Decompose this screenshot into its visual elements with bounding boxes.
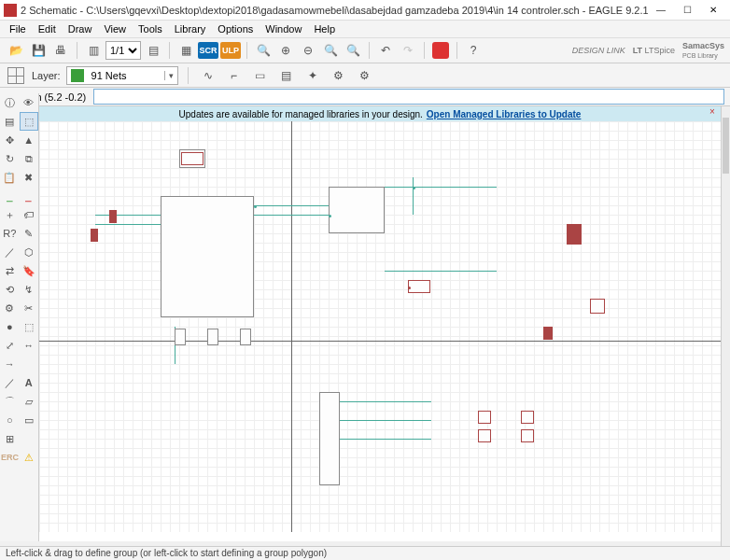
- module-icon[interactable]: ▭: [250, 65, 271, 86]
- sheet-select[interactable]: 1/1: [105, 41, 141, 60]
- redo-icon[interactable]: ↷: [398, 40, 418, 61]
- menu-window[interactable]: Window: [260, 22, 307, 35]
- layer-select[interactable]: 91 Nets ▾: [66, 66, 178, 85]
- schematic-junction: [254, 205, 257, 208]
- schematic-component: [590, 299, 605, 314]
- vertical-scrollbar[interactable]: [721, 106, 730, 551]
- replace-tool-icon[interactable]: ⟲: [0, 280, 20, 299]
- grid-button[interactable]: [6, 65, 26, 86]
- scroll-thumb[interactable]: [723, 118, 729, 174]
- close-button[interactable]: ✕: [700, 1, 726, 20]
- maximize-button[interactable]: ☐: [674, 1, 700, 20]
- gear-tool-icon[interactable]: ⚙: [0, 299, 20, 317]
- scr-badge[interactable]: SCR: [198, 42, 218, 59]
- line2-tool-icon[interactable]: ⎯: [20, 187, 39, 205]
- line-tool-icon[interactable]: ⎯: [0, 187, 20, 205]
- rotate-tool-icon[interactable]: ↻: [0, 149, 20, 168]
- menu-tools[interactable]: Tools: [133, 22, 168, 35]
- r-tool-icon[interactable]: R?: [0, 224, 20, 243]
- menu-draw[interactable]: Draw: [63, 22, 98, 35]
- add-tool-icon[interactable]: ＋: [0, 205, 20, 224]
- copy-tool-icon[interactable]: ⧉: [20, 149, 39, 168]
- circle-tool-icon[interactable]: ○: [0, 411, 20, 429]
- stop-button[interactable]: [430, 40, 451, 61]
- paste-tool-icon[interactable]: 📋: [0, 168, 20, 187]
- slice-tool-icon[interactable]: ⤢: [0, 336, 20, 355]
- port-icon[interactable]: ▤: [276, 65, 297, 86]
- layer-swatch: [71, 69, 84, 82]
- poly-tool-icon[interactable]: ▱: [20, 392, 39, 411]
- chevron-down-icon: ▾: [164, 71, 177, 80]
- group-tool-icon[interactable]: ⬚: [20, 112, 39, 131]
- layer-label: Layer:: [32, 70, 61, 81]
- erc-tool[interactable]: ERC: [0, 448, 20, 467]
- minimize-button[interactable]: —: [648, 1, 674, 20]
- arc-tool-icon[interactable]: ⌒: [0, 392, 20, 411]
- zoom-select-icon[interactable]: 🔍: [343, 40, 363, 61]
- script-icon[interactable]: ▦: [175, 40, 196, 61]
- command-input[interactable]: [93, 89, 724, 105]
- errors-tool-icon[interactable]: ⚠: [20, 448, 38, 467]
- miter-icon[interactable]: ⌐: [224, 65, 245, 86]
- net-icon[interactable]: ✦: [302, 65, 323, 86]
- print-icon[interactable]: 🖶: [50, 40, 71, 61]
- frame-tool-icon[interactable]: ⊞: [0, 429, 20, 448]
- open-icon[interactable]: 📂: [6, 40, 26, 61]
- move-tool-icon[interactable]: ✥: [0, 131, 20, 149]
- ltspice-logo[interactable]: LT LTSpice: [633, 46, 675, 55]
- zoom-redraw-icon[interactable]: 🔍: [320, 40, 341, 61]
- show-tool-icon[interactable]: 👁: [20, 93, 39, 112]
- board-icon[interactable]: ▥: [83, 40, 104, 61]
- pinswap-tool-icon[interactable]: ⇄: [0, 261, 20, 280]
- zoom-out-icon[interactable]: ⊖: [298, 40, 318, 61]
- schematic-component: [543, 327, 553, 340]
- invoke-tool-icon[interactable]: ↯: [20, 280, 39, 299]
- update-link[interactable]: Open Managed Libraries to Update: [427, 109, 582, 119]
- sheet-nav-icon[interactable]: ▤: [143, 40, 163, 61]
- wire-tool-icon[interactable]: ／: [0, 373, 20, 392]
- zoom-in-icon[interactable]: ⊕: [275, 40, 296, 61]
- rect-tool-icon[interactable]: ▭: [20, 411, 39, 429]
- design-link-logo[interactable]: DESIGN LINK: [572, 46, 625, 55]
- bus-tool-icon[interactable]: ⬚: [20, 317, 39, 336]
- schematic-component: [175, 329, 186, 345]
- mirror-tool-icon[interactable]: ▲: [20, 131, 39, 149]
- junction-tool-icon[interactable]: ●: [0, 317, 20, 336]
- samacsys-logo[interactable]: SamacSysPCB Library: [682, 41, 724, 60]
- info-tool-icon[interactable]: ⓘ: [0, 93, 20, 112]
- gear2-icon[interactable]: ⚙: [355, 65, 375, 86]
- layers-tool-icon[interactable]: ▤: [0, 112, 20, 131]
- delete-tool-icon[interactable]: ✖: [20, 168, 39, 187]
- menu-help[interactable]: Help: [308, 22, 341, 35]
- schematic-canvas[interactable]: [39, 121, 721, 532]
- grid-icon: [7, 67, 24, 84]
- help-icon[interactable]: ?: [463, 40, 484, 61]
- crosshair-v: [291, 121, 292, 532]
- zoom-fit-icon[interactable]: 🔍: [253, 40, 274, 61]
- wire-style-icon[interactable]: ∿: [198, 65, 218, 86]
- schematic-ic: [161, 196, 254, 317]
- menu-view[interactable]: View: [98, 22, 132, 35]
- schematic-wire: [385, 271, 497, 272]
- save-icon[interactable]: 💾: [28, 40, 49, 61]
- gateswap-tool-icon[interactable]: 🔖: [20, 261, 39, 280]
- attr-tool-icon[interactable]: →: [0, 355, 20, 373]
- undo-icon[interactable]: ↶: [375, 40, 396, 61]
- name-tool-icon[interactable]: ✎: [20, 224, 39, 243]
- menu-options[interactable]: Options: [212, 22, 259, 35]
- split-tool-icon[interactable]: ✂: [20, 299, 39, 317]
- schematic-component: [207, 329, 218, 345]
- smash-tool-icon[interactable]: ⬡: [20, 243, 39, 261]
- menu-file[interactable]: File: [4, 22, 32, 35]
- menu-edit[interactable]: Edit: [33, 22, 62, 35]
- menu-library[interactable]: Library: [169, 22, 212, 35]
- blank-tool: [20, 355, 39, 373]
- gear-icon[interactable]: ⚙: [329, 65, 349, 86]
- update-close-icon[interactable]: ×: [709, 106, 719, 119]
- schematic-component: [408, 280, 430, 293]
- label-tool-icon[interactable]: 🏷: [20, 205, 39, 224]
- text-tool-icon[interactable]: A: [20, 373, 39, 392]
- ulp-badge[interactable]: ULP: [220, 42, 241, 59]
- value-tool-icon[interactable]: ／: [0, 243, 20, 261]
- dim-tool-icon[interactable]: ↔: [20, 336, 39, 355]
